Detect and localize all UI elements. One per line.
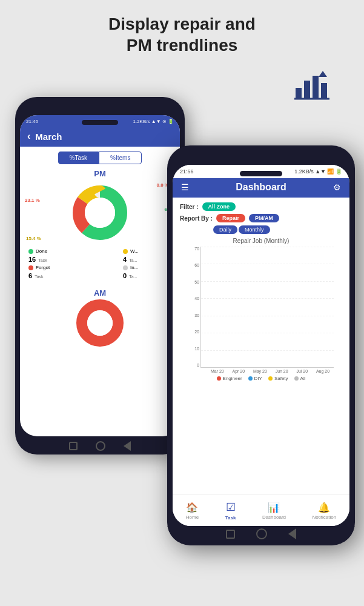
tab-items[interactable]: %Items [99, 152, 142, 164]
phone2-screen: 21:56 1.2KB/s ▲▼ 📶 🔋 ☰ Dashboard ⚙ Filte… [173, 165, 349, 526]
home-nav-label: Home [186, 514, 199, 520]
phone2-content: Filter : All Zone Report By : Repair PM/… [173, 198, 349, 505]
tab-task[interactable]: %Task [58, 152, 99, 164]
pm-section-title: PM [20, 167, 180, 179]
filter-zone-badge[interactable]: All Zone [202, 202, 236, 211]
daily-monthly-row: Daily Monthly [213, 225, 342, 234]
phone2-title: Dashboard [236, 182, 286, 193]
phone1-tabs: %Task %Items [20, 147, 180, 167]
daily-badge[interactable]: Daily [213, 225, 237, 234]
donut-label-1: 23.1 % [25, 198, 40, 203]
report-by-label: Report By : [180, 215, 213, 222]
report-by-row: Report By : Repair PM/AM [180, 214, 342, 222]
phone2-header: ☰ Dashboard ⚙ [173, 178, 349, 198]
nav-task[interactable]: ☑ Task [225, 501, 236, 521]
nav-dashboard[interactable]: 📊 Dashboard [262, 502, 286, 520]
dashboard-nav-label: Dashboard [262, 514, 286, 520]
monthly-badge[interactable]: Monthly [239, 225, 270, 234]
bar-chart-wrapper: 70 60 50 40 30 20 10 0 [182, 247, 340, 373]
phone2-time: 21:56 [180, 168, 194, 175]
notification-nav-label: Notification [313, 514, 337, 520]
donut-label-2: 15.4 % [26, 236, 41, 241]
svg-marker-4 [319, 71, 327, 77]
phone1: 21:46 1.2KB/s ▲▼ ⊙ 🔋 ‹ March %Task %Item… [15, 97, 185, 454]
phone2-hw-nav [167, 526, 355, 542]
notification-nav-icon: 🔔 [318, 502, 330, 513]
bar-groups [201, 247, 334, 367]
phone2-signal: 1.2KB/s ▲▼ 📶 🔋 [294, 168, 342, 175]
report-pmam-badge[interactable]: PM/AM [249, 214, 279, 222]
settings-icon[interactable]: ⚙ [333, 182, 341, 192]
pm-legend: Done W... 16 Task 4 Ta... [20, 246, 180, 284]
am-donut-chart: 0.0 % [20, 299, 180, 347]
task-nav-icon: ☑ [226, 501, 236, 514]
filter-label: Filter : [180, 204, 199, 210]
task-nav-label: Task [225, 515, 236, 521]
bar-chart: 70 60 50 40 30 20 10 0 [200, 247, 334, 368]
header-title: Display repair and PM trendlines [0, 0, 364, 62]
pm-donut-chart: 0.0 % 23.1 % 15.4 % 61.5 [20, 179, 180, 246]
phone1-header: ‹ March [20, 127, 180, 147]
filter-row: Filter : All Zone [180, 202, 342, 211]
phone1-signal: 1.2KB/s ▲▼ ⊙ 🔋 [133, 119, 174, 124]
nav-notification[interactable]: 🔔 Notification [313, 502, 337, 520]
report-repair-badge[interactable]: Repair [216, 214, 245, 222]
am-section: AM 0.0 % [20, 286, 180, 347]
nav-home[interactable]: 🏠 Home [186, 502, 199, 520]
menu-icon[interactable]: ☰ [181, 182, 189, 192]
bottom-nav: 🏠 Home ☑ Task 📊 Dashboard 🔔 Notification [173, 494, 349, 526]
phone1-title: March [35, 132, 62, 142]
page-header: Display repair and PM trendlines [0, 0, 364, 62]
dashboard-nav-icon: 📊 [268, 502, 280, 513]
x-axis-labels: Mar 20 Apr 20 May 20 Jun 20 Jul 20 Aug 2… [182, 368, 340, 373]
am-donut-label: 0.0 % [93, 305, 107, 311]
am-section-title: AM [20, 286, 180, 299]
chart-legend: Engineer DIY Safety All [180, 376, 342, 381]
phone1-back-button[interactable]: ‹ [27, 131, 30, 142]
phone1-screen: 21:46 1.2KB/s ▲▼ ⊙ 🔋 ‹ March %Task %Item… [20, 115, 180, 436]
home-nav-icon: 🏠 [186, 502, 198, 513]
phone2: 21:56 1.2KB/s ▲▼ 📶 🔋 ☰ Dashboard ⚙ Filte… [167, 145, 355, 545]
phone1-time: 21:46 [26, 119, 38, 124]
chart-title: Repair Job (Monthly) [180, 238, 342, 244]
phones-container: 21:46 1.2KB/s ▲▼ ⊙ 🔋 ‹ March %Task %Item… [0, 85, 364, 594]
